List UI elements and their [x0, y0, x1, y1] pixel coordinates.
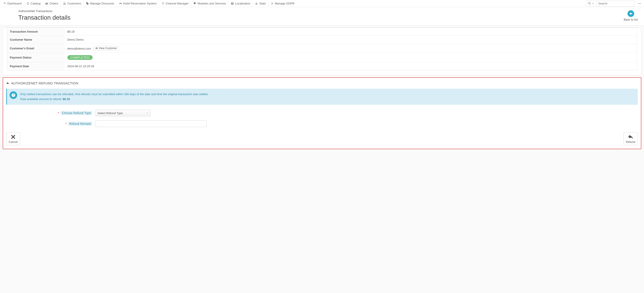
detail-value: $8.18	[65, 28, 637, 36]
nav-discounts[interactable]: Manage Discounts	[84, 1, 117, 7]
page-header: AuthorizeNet Transactions Transaction de…	[0, 7, 644, 26]
table-row: Payment Status COMPLETED	[7, 53, 637, 62]
search-dropdown-button[interactable]	[586, 1, 596, 6]
book-icon	[26, 2, 30, 5]
cancel-button[interactable]: Cancel	[6, 132, 20, 145]
page-title: Transaction details	[18, 14, 624, 21]
back-to-list-button[interactable]: Back to list	[624, 10, 640, 21]
refund-type-select[interactable]: Select Refund Type	[96, 110, 150, 116]
refund-info-box: Only settled transactions can be refunde…	[6, 89, 638, 105]
detail-value: Demo Demo	[65, 36, 637, 44]
table-row: Payment Date 2024-08-22 10:25:34	[7, 62, 637, 70]
tag-icon	[86, 2, 89, 5]
refund-heading-text: AUTHORIZENET REFUND TRANSACTION	[11, 81, 78, 85]
close-icon	[10, 134, 16, 140]
reply-icon	[6, 82, 9, 85]
cancel-button-label: Cancel	[9, 140, 18, 144]
arrow-left-circle-icon	[629, 12, 633, 16]
nav-modules[interactable]: Modules and Services	[191, 1, 228, 7]
nav-orders[interactable]: Orders	[43, 1, 61, 7]
nav-label: Catalog	[30, 2, 40, 5]
refund-available-amount: $8.18	[63, 97, 70, 101]
table-row: Transaction Amount $8.18	[7, 28, 637, 36]
status-badge: COMPLETED	[68, 55, 92, 60]
gavel-icon	[271, 2, 274, 5]
nav-customers[interactable]: Customers	[61, 1, 84, 7]
credit-card-icon	[45, 2, 48, 5]
detail-value: demo@demo.com View Customer	[65, 44, 637, 53]
nav-label: Localization	[235, 2, 250, 5]
back-to-list-label: Back to list	[624, 18, 638, 21]
reply-icon	[628, 134, 634, 140]
detail-label: Transaction Amount	[7, 28, 65, 36]
search-input[interactable]	[596, 1, 634, 6]
puzzle-icon	[193, 2, 196, 5]
nav-label: Modules and Services	[198, 2, 226, 5]
refund-button-label: Refund	[626, 140, 635, 144]
refund-panel-heading: AUTHORIZENET REFUND TRANSACTION	[6, 81, 638, 85]
transaction-details-table: Transaction Amount $8.18 Customer Name D…	[7, 28, 637, 70]
customer-email: demo@demo.com	[68, 47, 91, 50]
search-icon	[588, 2, 591, 5]
refund-type-selected: Select Refund Type	[98, 111, 123, 115]
bed-icon	[119, 2, 122, 5]
refund-panel: AUTHORIZENET REFUND TRANSACTION Only set…	[3, 77, 641, 149]
view-customer-label: View Customer	[99, 47, 117, 50]
bar-chart-icon	[255, 2, 258, 5]
breadcrumb: AuthorizeNet Transactions	[18, 9, 624, 13]
nav-label: Hotel Reservation System	[123, 2, 157, 5]
table-row: Customer Name Demo Demo	[7, 36, 637, 44]
refresh-icon	[161, 2, 164, 5]
nav-label: Manage GDPR	[275, 2, 294, 5]
more-horizontal-icon	[638, 2, 641, 5]
globe-icon	[231, 2, 234, 5]
nav-catalog[interactable]: Catalog	[24, 1, 43, 7]
nav-label: Stats	[259, 2, 266, 5]
nav-localization[interactable]: Localization	[228, 1, 253, 7]
nav-label: Channel Manager	[166, 2, 188, 5]
form-row-refund-type: * Choose Refund Type Select Refund Type	[6, 110, 638, 116]
svg-point-1	[639, 3, 640, 4]
required-star: *	[66, 122, 66, 126]
more-button[interactable]	[636, 2, 643, 5]
svg-point-0	[638, 3, 639, 4]
detail-value: COMPLETED	[65, 53, 637, 62]
nav-hotel[interactable]: Hotel Reservation System	[117, 1, 159, 7]
dashboard-icon	[3, 2, 6, 5]
refund-button[interactable]: Refund	[624, 132, 638, 145]
nav-dashboard[interactable]: Dashboard	[1, 1, 24, 7]
nav-gdpr[interactable]: Manage GDPR	[268, 1, 297, 7]
refund-remark-label: Refund Remark	[68, 122, 92, 126]
required-star: *	[58, 111, 59, 115]
detail-label: Payment Status	[7, 53, 65, 62]
form-row-refund-remark: * Refund Remark	[6, 120, 638, 127]
search-box	[586, 1, 635, 7]
table-row: Customer's Email demo@demo.com View Cust…	[7, 44, 637, 53]
nav-label: Orders	[49, 2, 58, 5]
nav-stats[interactable]: Stats	[253, 1, 268, 7]
svg-point-2	[640, 3, 641, 4]
detail-label: Payment Date	[7, 62, 65, 70]
detail-label: Customer Name	[7, 36, 65, 44]
transaction-details-panel: Transaction Amount $8.18 Customer Name D…	[3, 27, 641, 75]
nav-label: Dashboard	[7, 2, 22, 5]
nav-label: Customers	[67, 2, 81, 5]
nav-channel[interactable]: Channel Manager	[159, 1, 191, 7]
info-line-1: Only settled transactions can be refunde…	[20, 92, 635, 97]
refund-remark-input[interactable]	[96, 120, 207, 127]
info-line-2: Total available amount to refund: $8.18	[20, 97, 635, 102]
detail-value: 2024-08-22 10:25:34	[65, 62, 637, 70]
detail-label: Customer's Email	[7, 44, 65, 53]
refund-type-label: Choose Refund Type	[60, 111, 92, 115]
users-icon	[63, 2, 66, 5]
nav-label: Manage Discounts	[90, 2, 114, 5]
top-navbar: Dashboard Catalog Orders Customers Manag…	[0, 0, 644, 7]
caret-down-icon	[592, 2, 594, 5]
eye-icon	[95, 47, 98, 50]
view-customer-button[interactable]: View Customer	[93, 46, 119, 51]
chevron-down-icon	[146, 112, 148, 114]
question-circle-icon	[10, 91, 17, 99]
